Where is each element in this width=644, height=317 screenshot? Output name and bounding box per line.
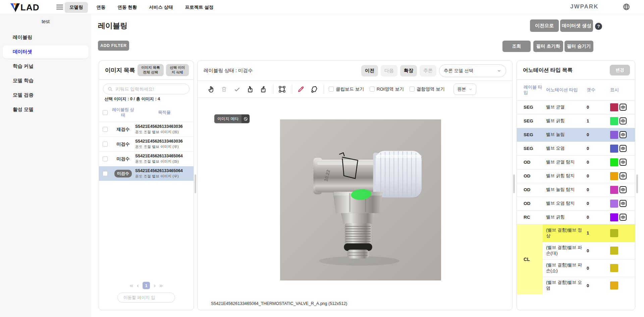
annotation-row[interactable]: OD 밸브 오염 탐지 0 (517, 197, 635, 210)
table-row[interactable]: 미검수 S5421E45626133463036 온도 조절 밸브 이미지 (우… (99, 137, 194, 151)
annotation-row[interactable]: SEG 밸브 오염 0 (517, 142, 635, 155)
keyword-search-input[interactable] (115, 87, 185, 92)
column-label-type: 레이블 타입 (524, 85, 546, 96)
page-title: 레이블링 (98, 21, 127, 31)
visibility-eye-button[interactable] (620, 104, 627, 111)
table-row-selected[interactable]: 미검수 S5421E45626133465064 온도 조절 밸브 이미지 (우… (99, 166, 194, 181)
first-page-button[interactable]: « (130, 282, 133, 288)
expand-button[interactable]: 확장 (400, 65, 417, 76)
color-swatch (610, 172, 618, 180)
sidebar-item-dataset[interactable]: 데이터셋 (3, 45, 89, 58)
help-icon[interactable]: ? (595, 23, 602, 30)
visibility-eye-button[interactable] (620, 131, 627, 138)
roi-view-toggle[interactable]: ROI영역 보기 (370, 86, 404, 92)
pencil-tool-icon[interactable] (297, 85, 305, 93)
annotation-row-selected[interactable]: SEG 밸브 눌림 0 (517, 128, 635, 142)
annotation-row[interactable]: OD 밸브 긁힘 탐지 0 (517, 169, 635, 183)
infer-button[interactable]: 추론 (420, 65, 436, 76)
add-filter-button[interactable]: ADD FILTER (98, 41, 129, 51)
tab-service-status[interactable]: 서비스 상태 (146, 2, 176, 13)
annotation-row[interactable]: OD 밸브 눌림 탐지 0 (517, 183, 635, 197)
visibility-eye-button[interactable] (620, 145, 627, 152)
row-checkbox[interactable] (103, 142, 108, 147)
back-button[interactable]: 이전으로 (530, 19, 559, 32)
annotation-row[interactable]: RC 밸브 긁힘 0 (517, 210, 635, 224)
sidebar-item-labeling[interactable]: 레이블링 (0, 31, 91, 44)
polygon-lasso-icon[interactable] (310, 85, 318, 93)
chevron-down-icon (469, 87, 473, 91)
globe-icon[interactable] (623, 3, 630, 11)
image-meta-button[interactable]: 이미지 메타 (214, 114, 250, 123)
visibility-eye-button[interactable] (620, 214, 627, 221)
filter-reset-button[interactable]: 필터 초기화 (533, 41, 563, 52)
prev-image-button[interactable]: 이전 (361, 65, 378, 76)
sidebar-item-model-training[interactable]: 모델 학습 (0, 74, 91, 87)
visibility-eye-button[interactable] (620, 159, 627, 166)
create-dataset-button[interactable]: 데이터셋 생성 (560, 19, 593, 32)
row-id: S5421E45626133463036 (135, 124, 194, 129)
row-checkbox[interactable] (103, 156, 108, 161)
last-page-button[interactable]: » (159, 282, 163, 288)
goto-page-box (117, 293, 175, 303)
prev-page-button[interactable]: ‹ (137, 282, 139, 288)
delete-selected-images-button[interactable]: 선택 이미지 삭제 (166, 64, 189, 76)
hamburger-menu-icon[interactable] (56, 4, 63, 10)
annotation-row[interactable]: (밸브 결함)밸브 파손(소) 0 (543, 259, 635, 277)
select-all-checkbox[interactable] (103, 110, 108, 115)
export-up-right-icon[interactable] (259, 85, 267, 93)
viewer-panel-scrollbar[interactable] (513, 174, 515, 193)
valve-image[interactable]: 10.22 (280, 119, 441, 280)
next-page-button[interactable]: › (154, 282, 156, 288)
annotation-row[interactable]: (밸브 결함)밸브 파손(대) 0 (543, 242, 635, 259)
hand-tool-icon[interactable] (207, 85, 215, 93)
goto-page-input[interactable] (123, 295, 177, 300)
row-status: 미검수 (111, 141, 135, 147)
inference-model-select[interactable]: 추론 모델 선택 (439, 64, 506, 77)
visibility-eye-button[interactable] (620, 186, 627, 193)
defect-checkbox[interactable] (410, 87, 415, 92)
annotation-panel-scrollbar[interactable] (636, 174, 638, 193)
annotation-panel-header: 어노테이션 타입 목록 변경 (517, 61, 635, 80)
list-panel-scrollbar[interactable] (195, 174, 196, 193)
row-checkbox[interactable] (103, 171, 108, 176)
tab-integration[interactable]: 연동 (93, 2, 109, 13)
clipboard-view-toggle[interactable]: 클립보드 보기 (329, 86, 364, 92)
query-button[interactable]: 조회 (502, 41, 531, 52)
visibility-eye-button[interactable] (620, 200, 627, 207)
roi-checkbox[interactable] (370, 87, 375, 92)
table-row[interactable]: 재검수 S5421E45626133463036 온도 조절 밸브 이미지 (좌… (99, 122, 194, 137)
annotation-row[interactable]: OD 밸브 균열 탐지 0 (517, 155, 635, 169)
annotation-row[interactable]: SEG 밸브 균열 0 (517, 100, 635, 114)
export-up-left-icon[interactable] (246, 85, 254, 93)
sidebar-item-model-validation[interactable]: 모델 검증 (0, 89, 91, 102)
table-row[interactable]: 미검수 S5421E45626133465064 온도 조절 밸브 이미지 (좌… (99, 151, 194, 166)
select-all-images-button[interactable]: 이미지 목록 전체 선택 (138, 64, 164, 76)
color-swatch (610, 200, 618, 208)
row-checkbox[interactable] (103, 127, 108, 132)
defect-view-toggle[interactable]: 결함영역 보기 (410, 86, 445, 92)
color-swatch (610, 158, 618, 166)
marquee-select-icon[interactable] (278, 85, 286, 93)
clipboard-checkbox[interactable] (329, 87, 334, 92)
annotation-row-highlighted[interactable]: (밸브 결함)밸브 정상 1 (543, 224, 635, 242)
delete-annotation-icon[interactable] (220, 85, 228, 93)
row-id: S5421E45626133463036 (135, 139, 194, 144)
filter-hide-button[interactable]: 필터 숨기기 (565, 41, 593, 52)
annotation-type-panel: 어노테이션 타입 목록 변경 레이블 타입 어노테이션 타입 갯수 표시 SEG… (517, 60, 635, 310)
column-target: 목적물 (135, 110, 194, 115)
current-page[interactable]: 1 (143, 282, 150, 289)
sidebar-item-active-model[interactable]: 활성 모델 (0, 103, 91, 116)
view-mode-select[interactable]: 원본 (453, 84, 476, 95)
confirm-icon[interactable] (233, 85, 241, 93)
visibility-eye-button[interactable] (620, 117, 627, 124)
visibility-eye-button[interactable] (620, 172, 627, 179)
next-image-button[interactable]: 다음 (381, 65, 397, 76)
change-button[interactable]: 변경 (610, 65, 630, 75)
user-name[interactable]: JWPARK (570, 3, 598, 10)
annotation-row[interactable]: SEG 밸브 긁힘 1 (517, 114, 635, 128)
tab-project-settings[interactable]: 프로젝트 설정 (182, 2, 217, 13)
tab-integration-status[interactable]: 연동 현황 (114, 2, 141, 13)
sidebar-item-training-kernel[interactable]: 학습 커널 (0, 60, 91, 73)
tab-modeling[interactable]: 모델링 (65, 2, 88, 13)
annotation-row[interactable]: (밸브 결함)밸브 오염 0 (543, 277, 635, 294)
